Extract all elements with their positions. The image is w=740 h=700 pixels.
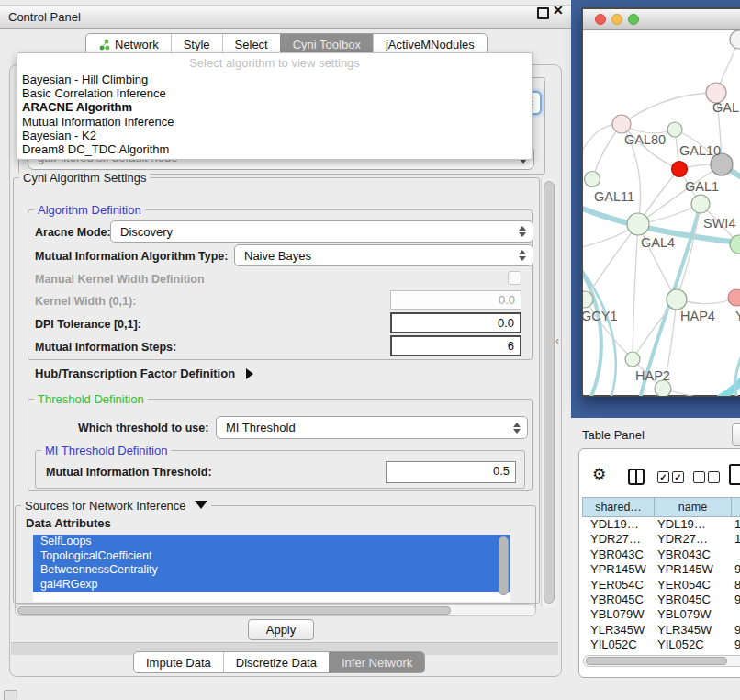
table-header-row[interactable]: shared…nameA	[582, 497, 740, 517]
network-node-green[interactable]	[667, 289, 687, 310]
mi-steps-field[interactable]: 6	[390, 335, 521, 356]
node-label-swi4: SWI4	[703, 216, 735, 231]
network-node-green[interactable]	[627, 213, 649, 235]
network-edge[interactable]	[585, 224, 638, 299]
network-node-green[interactable]	[585, 172, 600, 187]
dropdown-item[interactable]: Basic Correlation Inference	[22, 86, 532, 100]
node-label-gal1: GAL1	[685, 179, 719, 194]
table-row[interactable]: YBR045CYBR045C9.	[582, 593, 740, 607]
dropdown-item[interactable]: Bayesian - Hill Climbing	[22, 73, 532, 86]
cell-shared-name: YIL052C	[582, 638, 657, 652]
network-window-titlebar[interactable]	[583, 9, 740, 30]
dpi-tolerance-field[interactable]: 0.0	[390, 312, 521, 333]
float-window-icon[interactable]	[537, 7, 549, 19]
which-threshold-combobox[interactable]: MI Threshold	[216, 416, 528, 439]
network-node-red[interactable]	[672, 162, 688, 177]
checked-box-icon[interactable]: ✓	[657, 471, 669, 483]
panel-collapse-handle[interactable]: ‹	[555, 334, 559, 347]
table-row[interactable]: YDL19…YDL19…13	[582, 517, 740, 532]
network-node-white[interactable]	[730, 30, 740, 49]
list-vertical-scrollbar[interactable]	[499, 536, 509, 595]
network-graph[interactable]: GAL80GAL10GALGAL1GAL11SWI4GAL4GCY1HAP4YH…	[583, 30, 740, 396]
minimize-traffic-light-icon[interactable]	[611, 14, 622, 25]
dock-panel-icon[interactable]	[4, 690, 17, 700]
network-edge[interactable]	[622, 93, 716, 124]
cell-shared-name: YER054C	[582, 578, 657, 593]
node-label-gal: GAL	[712, 100, 739, 115]
tab-network[interactable]: Network	[86, 34, 171, 54]
network-edge[interactable]	[583, 260, 601, 396]
network-edge[interactable]	[719, 333, 740, 396]
mi-type-combobox[interactable]: Naive Bayes	[234, 244, 533, 266]
network-node-green[interactable]	[691, 195, 710, 213]
table-row[interactable]: YLR345WYLR345W9.	[582, 623, 740, 638]
dpi-tolerance-label: DPI Tolerance [0,1]:	[35, 318, 141, 331]
dropdown-item[interactable]: ARACNE Algorithm	[22, 100, 532, 114]
attribute-list-item[interactable]: TopologicalCoefficient	[33, 549, 510, 564]
network-node-green[interactable]	[625, 352, 640, 367]
kernel-width-field: 0.0	[390, 290, 521, 310]
dropdown-item[interactable]: Dream8 DC_TDC Algorithm	[22, 142, 532, 156]
close-traffic-light-icon[interactable]	[595, 14, 606, 25]
tab-discretize-data[interactable]: Discretize Data	[223, 652, 329, 672]
dropdown-item[interactable]: Bayesian - K2	[22, 129, 532, 142]
table-row[interactable]: YBR043CYBR043C	[582, 548, 740, 562]
network-node-green[interactable]	[667, 122, 682, 137]
checked-box-icon[interactable]: ✓	[672, 471, 684, 483]
close-icon[interactable]: ✕	[553, 3, 564, 17]
table-row[interactable]: YBL079WYBL079W	[582, 607, 740, 622]
network-node-salmon[interactable]	[728, 289, 740, 306]
unchecked-box-icon[interactable]	[693, 471, 705, 483]
column-header-shared[interactable]: shared…	[582, 497, 654, 517]
column-header-a[interactable]: A	[731, 497, 740, 517]
tab-infer-network[interactable]: Infer Network	[329, 652, 424, 672]
cell-shared-name: YLR345W	[582, 623, 657, 638]
tab-style[interactable]: Style	[171, 34, 222, 54]
aracne-mode-combobox[interactable]: Discovery	[110, 220, 533, 243]
gear-icon[interactable]: ⚙	[592, 465, 606, 484]
table-body[interactable]: YDL19…YDL19…13YDR27…YDR27…12YBR043CYBR04…	[582, 517, 740, 654]
tab-select[interactable]: Select	[222, 34, 280, 54]
unchecked-box-icon[interactable]	[708, 471, 720, 483]
hub-expander[interactable]: Hub/Transcription Factor Definition	[35, 367, 253, 380]
kernel-width-label: Kernel Width (0,1):	[35, 295, 136, 308]
node-label-gal10: GAL10	[679, 143, 721, 158]
sources-group-title: Sources for Network Inference	[21, 499, 211, 513]
new-file-icon[interactable]	[729, 464, 740, 485]
data-attributes-list[interactable]: SelfLoopsTopologicalCoefficientBetweenne…	[33, 535, 510, 602]
zoom-traffic-light-icon[interactable]	[628, 14, 639, 25]
settings-horizontal-scrollbar[interactable]	[15, 604, 536, 616]
column-header-name[interactable]: name	[654, 497, 731, 517]
attribute-list-item[interactable]: SelfLoops	[33, 535, 510, 549]
table-panel-button[interactable]	[732, 423, 740, 446]
threshold-definition-title: Threshold Definition	[34, 392, 148, 406]
network-edge[interactable]	[633, 224, 638, 359]
table-horizontal-scrollbar[interactable]	[583, 655, 740, 667]
table-row[interactable]: YPR145WYPR145W9.	[582, 562, 740, 577]
settings-group-title: Cyni Algorithm Settings	[19, 171, 150, 185]
table-row[interactable]: YDR27…YDR27…12	[582, 532, 740, 547]
cell-name: YDL19…	[657, 517, 731, 532]
table-row[interactable]: YER054CYER054C8.	[582, 578, 740, 593]
split-columns-icon[interactable]	[628, 469, 645, 485]
dropdown-prompt: Select algorithm to view settings	[17, 53, 532, 73]
attribute-list-item[interactable]: gal4RGexp	[33, 578, 510, 593]
mi-threshold-field[interactable]: 0.5	[386, 461, 516, 483]
manual-kernel-checkbox[interactable]	[508, 271, 521, 285]
network-node-green2[interactable]	[730, 235, 740, 254]
dropdown-item[interactable]: Mutual Information Inference	[22, 115, 532, 129]
network-node-pink[interactable]	[612, 115, 631, 133]
tab-cyni-toolbox[interactable]: Cyni Toolbox	[280, 34, 373, 54]
expand-down-icon[interactable]	[195, 501, 207, 509]
cell-name: YIL052C	[657, 638, 731, 652]
tab-impute-data[interactable]: Impute Data	[134, 652, 223, 672]
settings-vertical-scrollbar[interactable]	[541, 179, 556, 607]
cell-value: 12	[731, 532, 740, 547]
attribute-list-item[interactable]: BetweennessCentrality	[33, 563, 510, 578]
apply-button[interactable]: Apply	[248, 619, 314, 640]
sources-title-text: Sources for Network Inference	[25, 499, 186, 513]
table-row[interactable]: YIL052CYIL052C9	[582, 638, 740, 652]
tab-jactivemnodules[interactable]: jActiveMNodules	[373, 34, 487, 54]
node-label-gal80: GAL80	[624, 132, 666, 147]
data-attributes-label: Data Attributes	[26, 516, 111, 530]
